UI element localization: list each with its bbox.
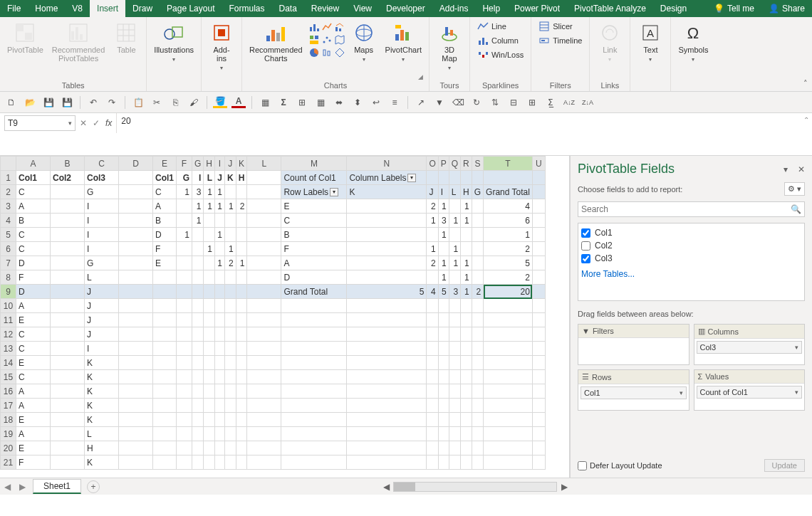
column-header[interactable]: P — [438, 157, 449, 171]
field-checkbox-col1[interactable]: Col1 — [581, 226, 801, 239]
cell[interactable] — [438, 313, 449, 327]
cell[interactable] — [449, 228, 460, 242]
cell[interactable]: G — [177, 171, 192, 185]
cell[interactable] — [119, 370, 153, 384]
cell[interactable]: 6 — [484, 214, 533, 228]
scroll-left-icon[interactable]: ◀ — [380, 481, 392, 493]
cell[interactable] — [119, 313, 153, 327]
freeze-panes-icon[interactable]: ▦ — [258, 95, 272, 110]
cell[interactable]: K — [85, 356, 119, 370]
cell[interactable] — [449, 356, 460, 370]
cell[interactable] — [177, 427, 192, 441]
more-tables-link[interactable]: More Tables... — [581, 269, 801, 279]
cell[interactable]: 1 — [192, 199, 204, 214]
cell[interactable] — [472, 441, 483, 456]
cell[interactable] — [247, 456, 281, 470]
cell[interactable] — [438, 299, 449, 313]
cell[interactable] — [461, 356, 472, 370]
select-all-cell[interactable] — [1, 157, 16, 171]
cell[interactable]: 3 — [438, 214, 449, 228]
cell[interactable] — [472, 214, 483, 228]
gear-icon[interactable]: ⚙ ▾ — [784, 182, 805, 196]
cell[interactable] — [177, 285, 192, 299]
cell[interactable] — [449, 370, 460, 384]
cell[interactable] — [204, 285, 215, 299]
cell[interactable] — [247, 399, 281, 413]
cell[interactable] — [532, 242, 545, 256]
cell[interactable] — [472, 199, 483, 214]
cell[interactable]: D — [281, 270, 347, 285]
cell[interactable] — [281, 427, 347, 441]
cell[interactable] — [192, 228, 204, 242]
cell[interactable] — [215, 285, 225, 299]
symbols-button[interactable]: Ω Symbols▾ — [675, 20, 711, 65]
cell[interactable]: I — [438, 185, 449, 199]
map-chart-icon[interactable] — [334, 34, 345, 46]
cell[interactable]: D — [16, 256, 51, 270]
cell[interactable] — [236, 313, 247, 327]
cell[interactable] — [119, 399, 153, 413]
cell[interactable] — [177, 214, 192, 228]
hierarchy-chart-icon[interactable] — [308, 34, 320, 46]
cell[interactable] — [427, 228, 438, 242]
column-chart-icon[interactable] — [308, 21, 320, 33]
cell[interactable] — [177, 384, 192, 399]
cell[interactable] — [236, 342, 247, 356]
cell[interactable] — [236, 456, 247, 470]
cell[interactable]: 1 — [461, 285, 472, 299]
cell[interactable] — [484, 399, 533, 413]
paste-icon[interactable]: 📋 — [131, 95, 145, 110]
cell[interactable] — [247, 242, 281, 256]
cell[interactable]: E — [16, 413, 51, 427]
cell[interactable] — [281, 384, 347, 399]
cell[interactable]: J — [85, 327, 119, 342]
cell[interactable] — [215, 456, 225, 470]
cell[interactable] — [51, 285, 85, 299]
cell[interactable]: A — [281, 256, 347, 270]
column-header[interactable]: D — [119, 157, 153, 171]
cell[interactable] — [215, 356, 225, 370]
cell[interactable] — [484, 370, 533, 384]
row-header[interactable]: 1 — [1, 171, 16, 185]
cell[interactable]: 5 — [484, 256, 533, 270]
column-header[interactable]: A — [16, 157, 51, 171]
tell-me[interactable]: 💡Tell me — [707, 0, 761, 17]
cell[interactable] — [484, 456, 533, 470]
cell[interactable]: C — [16, 228, 51, 242]
cell[interactable] — [247, 171, 281, 185]
cell[interactable] — [177, 441, 192, 456]
cell[interactable] — [153, 456, 177, 470]
sparkline-winloss-button[interactable]: Win/Loss — [474, 48, 526, 61]
cell[interactable] — [247, 228, 281, 242]
cell[interactable] — [461, 327, 472, 342]
saveas-icon[interactable]: 💾 — [60, 95, 74, 110]
cell[interactable] — [153, 313, 177, 327]
cell[interactable] — [449, 327, 460, 342]
sparkline-column-button[interactable]: Column — [474, 34, 526, 47]
scroll-right-icon[interactable]: ▶ — [558, 481, 570, 493]
cell[interactable] — [472, 228, 483, 242]
cell[interactable]: E — [16, 313, 51, 327]
cell[interactable] — [192, 242, 204, 256]
timeline-button[interactable]: Timeline — [536, 34, 585, 47]
cell[interactable]: F — [153, 242, 177, 256]
cell[interactable] — [247, 441, 281, 456]
cell[interactable]: A — [16, 299, 51, 313]
cell[interactable]: H — [461, 185, 472, 199]
autosum-icon[interactable]: Σ — [276, 95, 291, 110]
cell[interactable] — [247, 342, 281, 356]
cell[interactable]: 1 — [438, 270, 449, 285]
cell[interactable]: F — [16, 270, 51, 285]
cell[interactable] — [449, 427, 460, 441]
cell[interactable]: L — [85, 270, 119, 285]
cell[interactable] — [247, 327, 281, 342]
cell[interactable] — [236, 214, 247, 228]
cell[interactable]: 1 — [461, 214, 472, 228]
cell[interactable]: C — [281, 214, 347, 228]
cell[interactable] — [532, 327, 545, 342]
cell[interactable] — [247, 427, 281, 441]
cell[interactable]: 1 — [215, 256, 225, 270]
column-header[interactable]: I — [215, 157, 225, 171]
cell[interactable] — [192, 313, 204, 327]
cell[interactable] — [247, 413, 281, 427]
